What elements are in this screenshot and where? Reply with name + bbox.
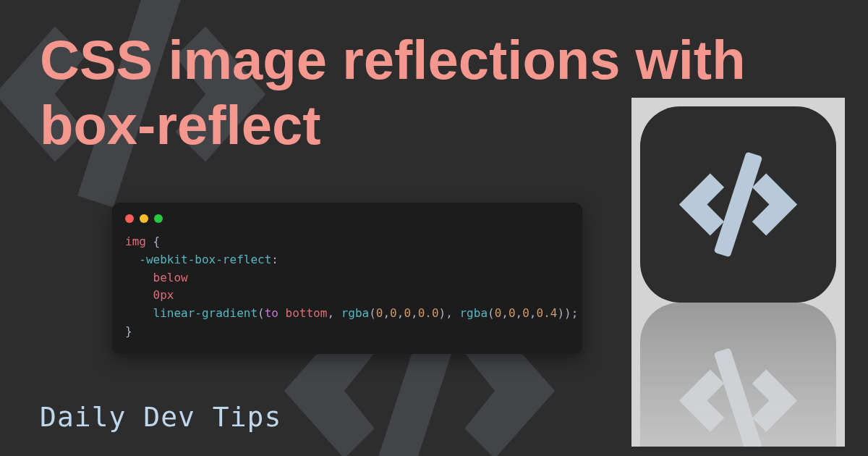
logo-demo-container [631,98,845,447]
svg-rect-2 [714,151,763,257]
code-icon [660,127,816,282]
code-content: img { -webkit-box-reflect: below 0px lin… [125,233,569,341]
maximize-icon [154,214,163,223]
window-controls [125,214,569,223]
code-snippet-window: img { -webkit-box-reflect: below 0px lin… [112,203,582,354]
site-name: Daily Dev Tips [40,401,281,433]
minimize-icon [140,214,148,223]
logo-box [640,106,836,303]
close-icon [125,214,134,223]
